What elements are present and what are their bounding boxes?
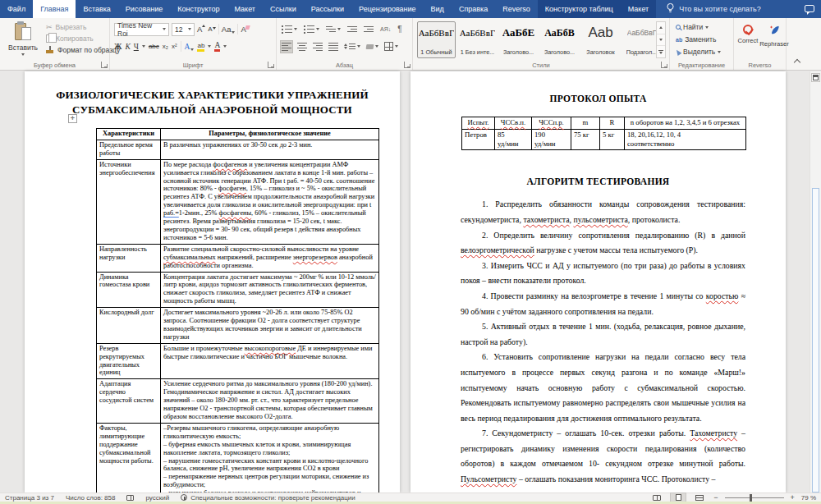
styles-scroll-up-button[interactable]	[657, 22, 665, 34]
proofing-status[interactable]	[126, 495, 134, 501]
increase-indent-button[interactable]	[363, 24, 374, 35]
style-card-subtitle[interactable]: АаБбВвГ Подзагол...	[622, 21, 661, 58]
scrollbar-thumb[interactable]	[812, 188, 819, 493]
doc-title-line1[interactable]: ФИЗИОЛОГИЧЕСКИЕ ХАРАКТЕРИСТИКИ УПРАЖНЕНИ…	[34, 88, 390, 103]
table-cell[interactable]: Факторы, лимитирующие поддержание субмак…	[97, 423, 161, 493]
zoom-out-button[interactable]: −	[713, 493, 718, 502]
strikethrough-button[interactable]: abc	[149, 43, 159, 50]
reverso-correct-button[interactable]: Correct	[736, 25, 759, 48]
vertical-scrollbar[interactable]	[810, 71, 821, 493]
subscript-button[interactable]: x₂	[163, 43, 168, 50]
table-cell[interactable]: Предельное время работы	[97, 140, 161, 159]
cut-button[interactable]: ✂ Вырезать	[46, 23, 120, 31]
table-cell[interactable]: Развитие специальной скоростно-силовой в…	[161, 244, 379, 272]
borders-button[interactable]	[383, 41, 399, 53]
table-cell[interactable]: Достигает максимального уровня ~20-26 л.…	[161, 308, 379, 344]
protocol-table[interactable]: Испыт. ЧССв.п. ЧССп.р. m R n оборотов на…	[461, 117, 746, 150]
table-cell[interactable]: В различных упражнениях от 30-50 сек до …	[161, 140, 379, 159]
step-paragraph[interactable]: 7. Секундометристу – оглашать 10-сек. от…	[461, 426, 745, 487]
tab-references[interactable]: Ссылки	[263, 0, 304, 18]
clipboard-dialog-launcher[interactable]	[101, 62, 108, 68]
shrink-font-button[interactable]: А	[208, 25, 215, 33]
zoom-slider-thumb[interactable]	[750, 494, 752, 502]
tab-table-design[interactable]: Конструктор таблиц	[538, 0, 621, 18]
tab-view[interactable]: Вид	[424, 0, 452, 18]
table-cell[interactable]: Направленность нагрузки	[97, 244, 161, 272]
align-right-button[interactable]	[312, 41, 323, 53]
tell-me-box[interactable]: Что вы хотите сделать?	[656, 0, 771, 18]
table-cell[interactable]: 85 уд/мин	[495, 129, 532, 150]
ruler-toggle-button[interactable]	[811, 73, 820, 82]
page-indicator[interactable]: Страница 3 из 7	[5, 494, 54, 502]
justify-button[interactable]	[328, 41, 339, 53]
tab-insert[interactable]: Вставка	[76, 0, 117, 18]
multilevel-list-button[interactable]	[325, 24, 342, 35]
comments-icon[interactable]	[805, 5, 814, 12]
copy-button[interactable]: Копировать	[46, 34, 120, 43]
paragraph-dialog-launcher[interactable]	[404, 62, 410, 68]
protocol-title[interactable]: ПРОТОКОЛ ОПЫТА	[410, 93, 786, 104]
step-paragraph[interactable]: 4. Провести разминку на велоэргометре в …	[461, 289, 745, 319]
bold-button[interactable]: Ж	[114, 43, 122, 51]
word-count[interactable]: Число слов: 858	[66, 494, 115, 502]
tab-review[interactable]: Рецензирование	[351, 0, 424, 18]
styles-scroll-down-button[interactable]	[657, 34, 665, 47]
grow-font-button[interactable]: А	[197, 25, 205, 34]
change-case-button[interactable]: Аа	[222, 25, 236, 34]
table-cell[interactable]: Кислородный долг	[97, 308, 161, 344]
page-right[interactable]: ПРОТОКОЛ ОПЫТА Испыт. ЧССв.п. ЧССп.р. m …	[410, 71, 786, 493]
table-cell[interactable]: Большие и промежуточные высокопороговые …	[161, 343, 379, 379]
chevron-down-icon[interactable]	[208, 45, 211, 48]
col-header[interactable]: ЧССп.р.	[532, 117, 571, 130]
font-dialog-launcher[interactable]	[268, 62, 274, 68]
style-card-title[interactable]: Aab Заголовок	[581, 21, 620, 58]
tab-help[interactable]: Справка	[452, 0, 495, 18]
decrease-indent-button[interactable]	[346, 24, 358, 35]
font-size-combobox[interactable]: 12	[172, 23, 195, 36]
sort-button[interactable]: АЯ↓	[379, 24, 392, 35]
table-move-handle[interactable]: +	[68, 114, 77, 123]
doc-title-line2[interactable]: СУБМАКСИМАЛЬНОЙ АНАЭРОБНОЙ МОЩНОСТИ	[34, 103, 390, 117]
characteristics-table[interactable]: Характеристики Параметры, физиологическо…	[96, 128, 379, 493]
numbering-button[interactable]	[303, 24, 320, 35]
table-cell[interactable]: 75 кг	[571, 129, 600, 150]
style-card-normal[interactable]: АаБбВвГ 1 Обычный	[417, 21, 456, 58]
collapse-ribbon-icon[interactable]	[794, 59, 800, 66]
styles-dialog-launcher[interactable]	[661, 62, 667, 68]
col-header[interactable]: n оборотов на 1,2, 3,4,5 и 6 отрезках	[625, 117, 746, 130]
col-header[interactable]: Параметры, физиологическое значение	[161, 129, 379, 140]
chevron-down-icon[interactable]	[223, 45, 227, 48]
table-cell[interactable]: Резерв рекрутируемых двигательных единиц	[97, 343, 161, 379]
tab-design[interactable]: Конструктор	[170, 0, 227, 18]
zoom-level[interactable]: 79 %	[801, 494, 816, 502]
accessibility-status[interactable]: Специальные возможности: проверьте реком…	[181, 494, 355, 502]
web-layout-button[interactable]	[692, 493, 707, 502]
algorithm-title[interactable]: АЛГОРИТМ ТЕСТИРОВАНИЯ	[410, 176, 786, 187]
page-left[interactable]: ФИЗИОЛОГИЧЕСКИЕ ХАРАКТЕРИСТИКИ УПРАЖНЕНИ…	[25, 71, 400, 493]
read-mode-button[interactable]	[649, 493, 664, 502]
replace-button[interactable]: ab Заменить	[676, 35, 721, 44]
reverso-rephraser-button[interactable]: Rephraser	[763, 25, 786, 48]
paste-button[interactable]: Вставить	[5, 21, 41, 66]
shading-button[interactable]	[365, 41, 379, 53]
table-cell[interactable]: Адаптация сердечно сосудистой систем	[97, 379, 161, 424]
line-spacing-button[interactable]	[343, 41, 361, 53]
tab-layout[interactable]: Макет	[227, 0, 263, 18]
chevron-down-icon[interactable]	[142, 45, 145, 48]
step-paragraph[interactable]: 6. Установить сопротивление нагрузки на …	[461, 350, 745, 426]
find-button[interactable]: Найти	[676, 23, 721, 31]
underline-button[interactable]: Ч	[134, 43, 139, 51]
italic-button[interactable]: К	[125, 43, 130, 51]
table-cell[interactable]: –Резервы мышечного гликогена, определяющ…	[161, 423, 379, 493]
style-card-heading1[interactable]: АаБбЕ Заголово...	[499, 21, 538, 58]
style-card-no-spacing[interactable]: АаБбВвГ 1 Без инте...	[458, 21, 497, 58]
table-cell[interactable]: Динамика гомеостаза крови	[97, 272, 161, 308]
step-paragraph[interactable]: 1. Распределить обязанности команды сопр…	[461, 197, 745, 227]
language-indicator[interactable]: русский	[145, 494, 169, 502]
show-paragraph-marks-button[interactable]: ¶	[397, 24, 402, 35]
table-cell[interactable]: 18, 20,16,12, 10, 4 соответственно	[625, 129, 746, 150]
table-cell[interactable]: 190 уд/мин	[532, 129, 571, 150]
table-cell[interactable]: Источники энергообеспечения	[97, 159, 161, 244]
step-paragraph[interactable]: 2. Определить величину сопротивления пед…	[461, 228, 745, 259]
tab-draw[interactable]: Рисование	[118, 0, 170, 18]
